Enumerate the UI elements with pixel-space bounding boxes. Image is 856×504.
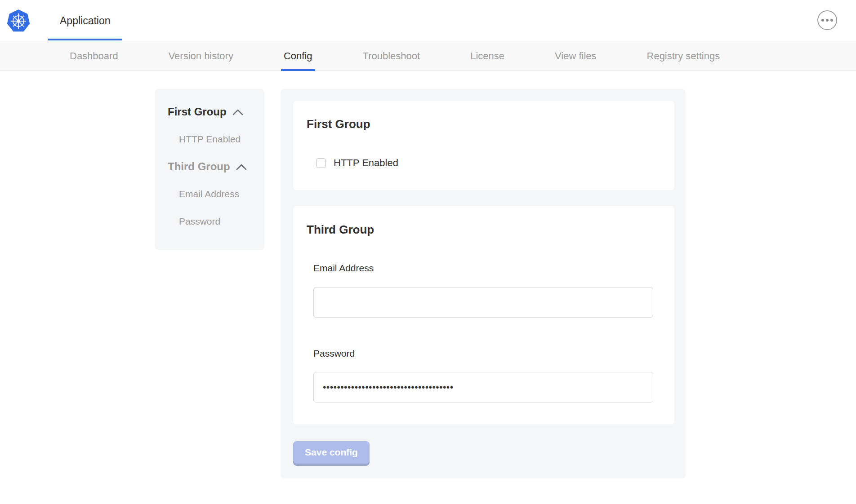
tab-version-history[interactable]: Version history	[166, 41, 236, 71]
app-tab-application[interactable]: Application	[48, 0, 122, 41]
sidebar-item-label: Password	[179, 216, 220, 227]
sidebar-item-email-address[interactable]: Email Address	[155, 187, 264, 201]
tab-license[interactable]: License	[468, 41, 507, 71]
header: Application	[0, 0, 856, 41]
config-group-card-first-group: First Group HTTP Enabled	[293, 101, 674, 190]
tab-config[interactable]: Config	[281, 41, 315, 71]
tab-troubleshoot[interactable]: Troubleshoot	[360, 41, 423, 71]
http-enabled-checkbox[interactable]	[316, 158, 326, 168]
tab-view-files[interactable]: View files	[552, 41, 599, 71]
http-enabled-field: HTTP Enabled	[316, 158, 661, 168]
active-tab-underline	[48, 39, 122, 40]
sidebar-group-third-group[interactable]: Third Group	[155, 160, 264, 173]
app-subnav: Dashboard Version history Config Trouble…	[0, 41, 856, 71]
chevron-up-icon	[236, 163, 247, 171]
group-title: First Group	[307, 117, 661, 131]
save-config-button[interactable]: Save config	[293, 441, 370, 464]
chevron-up-icon	[232, 108, 244, 116]
email-address-label: Email Address	[313, 263, 661, 274]
sidebar-item-label: HTTP Enabled	[179, 134, 241, 145]
config-group-sidebar: First Group HTTP Enabled Third Group Ema…	[155, 89, 264, 250]
sidebar-group-label: Third Group	[168, 160, 230, 173]
overflow-menu-button[interactable]	[817, 10, 837, 30]
tab-dashboard[interactable]: Dashboard	[67, 41, 121, 71]
kubernetes-logo-icon[interactable]	[7, 9, 30, 32]
active-tab-underline	[281, 69, 315, 71]
group-title: Third Group	[307, 223, 661, 236]
config-content-panel: First Group HTTP Enabled Third Group Ema…	[281, 89, 686, 478]
tab-config-label: Config	[284, 50, 312, 62]
sidebar-item-http-enabled[interactable]: HTTP Enabled	[155, 133, 264, 146]
password-input[interactable]	[313, 372, 653, 402]
tab-registry-settings[interactable]: Registry settings	[644, 41, 723, 71]
sidebar-item-label: Email Address	[179, 189, 239, 199]
sidebar-group-first-group[interactable]: First Group	[155, 105, 264, 119]
email-address-input[interactable]	[313, 287, 653, 318]
http-enabled-checkbox-label: HTTP Enabled	[334, 158, 398, 168]
password-label: Password	[313, 348, 661, 359]
config-group-card-third-group: Third Group Email Address Password	[293, 206, 674, 424]
sidebar-group-label: First Group	[168, 106, 227, 118]
ellipsis-icon	[821, 19, 833, 22]
sidebar-item-password[interactable]: Password	[155, 215, 264, 228]
subnav-tabs: Dashboard Version history Config Trouble…	[0, 41, 856, 71]
kots-admin-console: Application Dashboard Version history Co…	[0, 0, 856, 504]
app-tab-label: Application	[60, 15, 111, 27]
